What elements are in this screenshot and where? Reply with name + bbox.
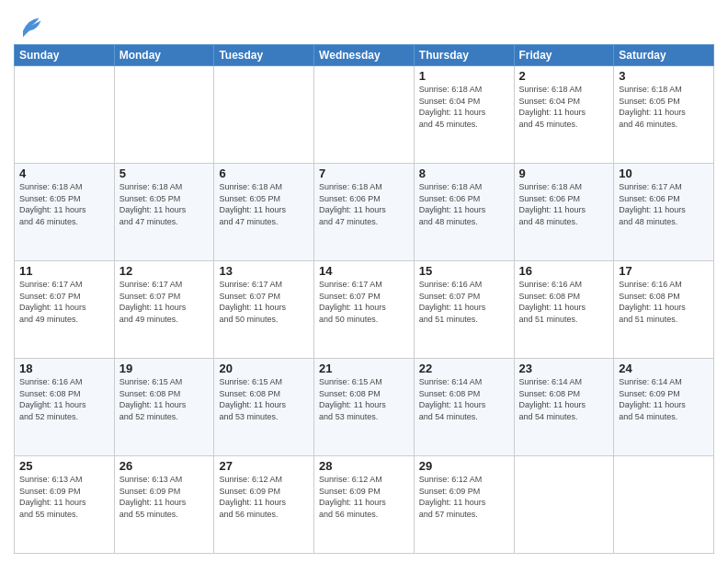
day-number: 19 xyxy=(119,362,210,375)
day-info: Sunrise: 6:18 AM Sunset: 6:06 PM Dayligh… xyxy=(419,181,509,227)
day-info: Sunrise: 6:18 AM Sunset: 6:04 PM Dayligh… xyxy=(519,84,609,130)
calendar-cell xyxy=(214,66,314,164)
calendar-cell: 11Sunrise: 6:17 AM Sunset: 6:07 PM Dayli… xyxy=(15,261,115,359)
day-number: 14 xyxy=(319,264,409,278)
day-info: Sunrise: 6:13 AM Sunset: 6:09 PM Dayligh… xyxy=(119,474,210,520)
calendar-cell: 7Sunrise: 6:18 AM Sunset: 6:06 PM Daylig… xyxy=(314,164,415,261)
calendar-cell xyxy=(514,456,614,554)
day-info: Sunrise: 6:17 AM Sunset: 6:06 PM Dayligh… xyxy=(619,181,709,227)
day-info: Sunrise: 6:18 AM Sunset: 6:05 PM Dayligh… xyxy=(119,181,210,227)
day-number: 2 xyxy=(519,69,609,83)
day-info: Sunrise: 6:17 AM Sunset: 6:07 PM Dayligh… xyxy=(319,279,409,325)
day-number: 5 xyxy=(119,167,210,180)
week-row-0: 1Sunrise: 6:18 AM Sunset: 6:04 PM Daylig… xyxy=(15,66,714,164)
day-number: 26 xyxy=(119,459,210,473)
day-info: Sunrise: 6:14 AM Sunset: 6:09 PM Dayligh… xyxy=(619,376,709,422)
day-number: 6 xyxy=(219,167,309,180)
calendar-cell: 6Sunrise: 6:18 AM Sunset: 6:05 PM Daylig… xyxy=(214,164,314,261)
calendar-cell: 9Sunrise: 6:18 AM Sunset: 6:06 PM Daylig… xyxy=(514,164,614,261)
calendar-cell: 5Sunrise: 6:18 AM Sunset: 6:05 PM Daylig… xyxy=(114,164,214,261)
weekday-header-sunday: Sunday xyxy=(15,45,115,66)
day-info: Sunrise: 6:16 AM Sunset: 6:07 PM Dayligh… xyxy=(419,279,509,325)
day-info: Sunrise: 6:16 AM Sunset: 6:08 PM Dayligh… xyxy=(619,279,709,325)
day-info: Sunrise: 6:16 AM Sunset: 6:08 PM Dayligh… xyxy=(19,376,109,422)
calendar-cell: 26Sunrise: 6:13 AM Sunset: 6:09 PM Dayli… xyxy=(114,456,214,554)
day-number: 29 xyxy=(419,459,509,473)
calendar-table: SundayMondayTuesdayWednesdayThursdayFrid… xyxy=(14,44,714,554)
day-info: Sunrise: 6:15 AM Sunset: 6:08 PM Dayligh… xyxy=(319,376,409,422)
calendar-cell: 22Sunrise: 6:14 AM Sunset: 6:08 PM Dayli… xyxy=(414,359,514,456)
day-number: 22 xyxy=(419,362,509,375)
weekday-header-saturday: Saturday xyxy=(614,45,714,66)
weekday-header-friday: Friday xyxy=(514,45,614,66)
day-info: Sunrise: 6:15 AM Sunset: 6:08 PM Dayligh… xyxy=(119,376,210,422)
calendar-cell: 27Sunrise: 6:12 AM Sunset: 6:09 PM Dayli… xyxy=(214,456,314,554)
calendar-cell: 28Sunrise: 6:12 AM Sunset: 6:09 PM Dayli… xyxy=(314,456,415,554)
calendar-cell: 23Sunrise: 6:14 AM Sunset: 6:08 PM Dayli… xyxy=(514,359,614,456)
day-number: 24 xyxy=(619,362,709,375)
calendar-cell: 29Sunrise: 6:12 AM Sunset: 6:09 PM Dayli… xyxy=(414,456,514,554)
calendar-cell: 15Sunrise: 6:16 AM Sunset: 6:07 PM Dayli… xyxy=(414,261,514,359)
calendar-cell: 14Sunrise: 6:17 AM Sunset: 6:07 PM Dayli… xyxy=(314,261,415,359)
day-number: 3 xyxy=(619,69,709,83)
day-info: Sunrise: 6:17 AM Sunset: 6:07 PM Dayligh… xyxy=(119,279,210,325)
day-info: Sunrise: 6:18 AM Sunset: 6:04 PM Dayligh… xyxy=(419,84,509,130)
day-info: Sunrise: 6:13 AM Sunset: 6:09 PM Dayligh… xyxy=(19,474,109,520)
calendar-cell: 18Sunrise: 6:16 AM Sunset: 6:08 PM Dayli… xyxy=(15,359,115,456)
day-info: Sunrise: 6:18 AM Sunset: 6:05 PM Dayligh… xyxy=(219,181,309,227)
calendar-cell: 8Sunrise: 6:18 AM Sunset: 6:06 PM Daylig… xyxy=(414,164,514,261)
day-number: 23 xyxy=(519,362,609,375)
week-row-2: 11Sunrise: 6:17 AM Sunset: 6:07 PM Dayli… xyxy=(15,261,714,359)
day-info: Sunrise: 6:15 AM Sunset: 6:08 PM Dayligh… xyxy=(219,376,309,422)
calendar-cell: 16Sunrise: 6:16 AM Sunset: 6:08 PM Dayli… xyxy=(514,261,614,359)
weekday-header-wednesday: Wednesday xyxy=(314,45,415,66)
day-number: 16 xyxy=(519,264,609,278)
day-number: 13 xyxy=(219,264,309,278)
week-row-1: 4Sunrise: 6:18 AM Sunset: 6:05 PM Daylig… xyxy=(15,164,714,261)
calendar-cell: 24Sunrise: 6:14 AM Sunset: 6:09 PM Dayli… xyxy=(614,359,714,456)
calendar-cell: 20Sunrise: 6:15 AM Sunset: 6:08 PM Dayli… xyxy=(214,359,314,456)
calendar-cell: 2Sunrise: 6:18 AM Sunset: 6:04 PM Daylig… xyxy=(514,66,614,164)
day-number: 7 xyxy=(319,167,409,180)
day-number: 20 xyxy=(219,362,309,375)
calendar-cell: 13Sunrise: 6:17 AM Sunset: 6:07 PM Dayli… xyxy=(214,261,314,359)
weekday-header-monday: Monday xyxy=(114,45,214,66)
day-number: 17 xyxy=(619,264,709,278)
week-row-4: 25Sunrise: 6:13 AM Sunset: 6:09 PM Dayli… xyxy=(15,456,714,554)
day-number: 12 xyxy=(119,264,210,278)
day-number: 9 xyxy=(519,167,609,180)
day-info: Sunrise: 6:12 AM Sunset: 6:09 PM Dayligh… xyxy=(219,474,309,520)
logo-bird-icon xyxy=(17,13,42,39)
day-info: Sunrise: 6:14 AM Sunset: 6:08 PM Dayligh… xyxy=(419,376,509,422)
calendar-cell: 25Sunrise: 6:13 AM Sunset: 6:09 PM Dayli… xyxy=(15,456,115,554)
day-info: Sunrise: 6:12 AM Sunset: 6:09 PM Dayligh… xyxy=(419,474,509,520)
day-info: Sunrise: 6:14 AM Sunset: 6:08 PM Dayligh… xyxy=(519,376,609,422)
day-number: 10 xyxy=(619,167,709,180)
calendar-cell: 19Sunrise: 6:15 AM Sunset: 6:08 PM Dayli… xyxy=(114,359,214,456)
calendar-cell: 10Sunrise: 6:17 AM Sunset: 6:06 PM Dayli… xyxy=(614,164,714,261)
calendar-cell: 21Sunrise: 6:15 AM Sunset: 6:08 PM Dayli… xyxy=(314,359,415,456)
day-info: Sunrise: 6:17 AM Sunset: 6:07 PM Dayligh… xyxy=(219,279,309,325)
day-info: Sunrise: 6:12 AM Sunset: 6:09 PM Dayligh… xyxy=(319,474,409,520)
day-number: 25 xyxy=(19,459,109,473)
day-info: Sunrise: 6:17 AM Sunset: 6:07 PM Dayligh… xyxy=(19,279,109,325)
calendar-cell: 4Sunrise: 6:18 AM Sunset: 6:05 PM Daylig… xyxy=(15,164,115,261)
weekday-header-row: SundayMondayTuesdayWednesdayThursdayFrid… xyxy=(15,45,714,66)
calendar-cell xyxy=(114,66,214,164)
day-number: 27 xyxy=(219,459,309,473)
calendar-cell: 3Sunrise: 6:18 AM Sunset: 6:05 PM Daylig… xyxy=(614,66,714,164)
week-row-3: 18Sunrise: 6:16 AM Sunset: 6:08 PM Dayli… xyxy=(15,359,714,456)
calendar-cell: 1Sunrise: 6:18 AM Sunset: 6:04 PM Daylig… xyxy=(414,66,514,164)
day-number: 28 xyxy=(319,459,409,473)
day-number: 15 xyxy=(419,264,509,278)
calendar-cell xyxy=(15,66,115,164)
day-number: 11 xyxy=(19,264,109,278)
day-info: Sunrise: 6:18 AM Sunset: 6:05 PM Dayligh… xyxy=(19,181,109,227)
calendar-cell: 17Sunrise: 6:16 AM Sunset: 6:08 PM Dayli… xyxy=(614,261,714,359)
day-number: 1 xyxy=(419,69,509,83)
calendar-cell xyxy=(314,66,415,164)
day-info: Sunrise: 6:18 AM Sunset: 6:05 PM Dayligh… xyxy=(619,84,709,130)
day-info: Sunrise: 6:18 AM Sunset: 6:06 PM Dayligh… xyxy=(519,181,609,227)
calendar-cell: 12Sunrise: 6:17 AM Sunset: 6:07 PM Dayli… xyxy=(114,261,214,359)
weekday-header-tuesday: Tuesday xyxy=(214,45,314,66)
